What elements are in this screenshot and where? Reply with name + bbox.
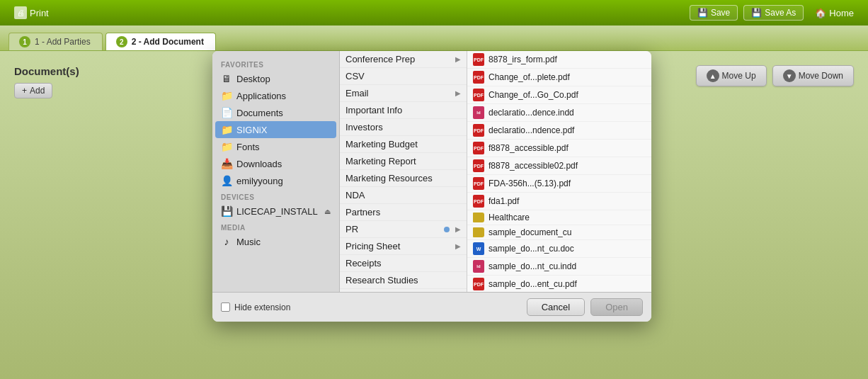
step1-number: 1 xyxy=(19,36,30,47)
home-icon: 🏠 xyxy=(815,8,826,18)
folder-label: Marketing Report xyxy=(346,156,416,166)
chevron-right-icon: ▶ xyxy=(455,225,461,233)
eject-icon[interactable]: ⏏ xyxy=(324,208,331,215)
documents-icon: 📄 xyxy=(221,107,232,118)
sidebar-item-desktop[interactable]: 🖥 Desktop xyxy=(212,70,339,87)
folder-conference-prep[interactable]: Conference Prep ▶ xyxy=(340,51,467,68)
folder-email[interactable]: Email ▶ xyxy=(340,85,467,102)
music-icon: ♪ xyxy=(221,236,232,247)
folder-label: Receipts xyxy=(346,258,382,268)
step2-number: 2 xyxy=(116,36,127,47)
save-as-button[interactable]: 💾 Save As xyxy=(743,5,804,21)
move-down-button[interactable]: ▼ Move Down xyxy=(772,65,854,86)
downloads-icon: 📥 xyxy=(221,158,232,169)
sidebar-item-fonts[interactable]: 📁 Fonts xyxy=(212,138,339,155)
step1-tab[interactable]: 1 1 - Add Parties xyxy=(8,33,103,50)
folder-sales-pitch[interactable]: Sales Pitch ▶ xyxy=(340,289,467,292)
sidebar-item-applications[interactable]: 📁 Applications xyxy=(212,87,339,104)
home-button[interactable]: 🏠 Home xyxy=(809,6,860,20)
file-name: sample_do...nt_cu.doc xyxy=(489,244,574,254)
print-button[interactable]: 🖨 Print xyxy=(8,5,55,21)
folder-label: Marketing Resources xyxy=(346,173,433,183)
pdf-icon: PDF xyxy=(473,195,484,208)
folder-label: Email xyxy=(346,88,369,98)
move-up-button[interactable]: ▲ Move Up xyxy=(696,65,767,86)
folder-marketing-report[interactable]: Marketing Report xyxy=(340,153,467,170)
chevron-right-icon: ▶ xyxy=(455,55,461,63)
file-8878-irs[interactable]: PDF 8878_irs_form.pdf xyxy=(467,51,651,69)
pdf-icon: PDF xyxy=(473,53,484,66)
step1-label: 1 - Add Parties xyxy=(35,37,91,47)
sidebar-item-music[interactable]: ♪ Music xyxy=(212,233,339,250)
add-document-button[interactable]: + Add xyxy=(14,83,52,98)
file-healthcare[interactable]: Healthcare xyxy=(467,210,651,225)
file-change-plete[interactable]: PDF Change_of...plete.pdf xyxy=(467,69,651,86)
file-declaratio-pdf[interactable]: PDF declaratio...ndence.pdf xyxy=(467,122,651,140)
file-sample-do-nt-indd[interactable]: Id sample_do...nt_cu.indd xyxy=(467,258,651,276)
folder-partners[interactable]: Partners xyxy=(340,204,467,221)
sidebar-item-emilyyoung[interactable]: 👤 emilyyoung xyxy=(212,172,339,189)
pdf-icon: PDF xyxy=(473,71,484,84)
step-bar: 1 1 - Add Parties 2 2 - Add Document xyxy=(0,26,868,51)
file-picker: FAVORITES 🖥 Desktop 📁 Applications 📄 Doc… xyxy=(212,51,651,322)
folder-nda[interactable]: NDA xyxy=(340,187,467,204)
picker-folder-list: Conference Prep ▶ CSV Email ▶ Important … xyxy=(340,51,467,292)
desktop-label: Desktop xyxy=(236,74,270,84)
print-icon: 🖨 xyxy=(14,6,27,19)
folder-pr[interactable]: PR ▶ xyxy=(340,221,467,238)
documents-panel: Document(s) + Add xyxy=(8,60,221,104)
file-fda-356h[interactable]: PDF FDA-356h...(5.13).pdf xyxy=(467,175,651,193)
picker-sidebar: FAVORITES 🖥 Desktop 📁 Applications 📄 Doc… xyxy=(212,51,340,292)
file-f8878-accessible[interactable]: PDF f8878_accessible.pdf xyxy=(467,140,651,157)
file-sample-document-cu[interactable]: sample_document_cu xyxy=(467,225,651,240)
file-fda1[interactable]: PDF fda1.pdf xyxy=(467,193,651,210)
sidebar-item-documents[interactable]: 📄 Documents xyxy=(212,104,339,121)
sidebar-item-signix[interactable]: 📁 SIGNiX xyxy=(215,121,336,138)
folder-pricing-sheet[interactable]: Pricing Sheet ▶ xyxy=(340,238,467,255)
folder-marketing-budget[interactable]: Marketing Budget xyxy=(340,136,467,153)
pdf-icon: PDF xyxy=(473,159,484,172)
add-icon: + xyxy=(22,86,27,96)
move-down-icon: ▼ xyxy=(783,69,796,82)
doc-icon: W xyxy=(473,242,484,255)
save-button[interactable]: 💾 Save xyxy=(690,5,738,21)
toolbar-right: 💾 Save 💾 Save As 🏠 Home xyxy=(690,5,860,21)
applications-label: Applications xyxy=(236,91,286,101)
folder-label: Pricing Sheet xyxy=(346,241,400,251)
signix-label: SIGNiX xyxy=(236,125,267,135)
pdf-icon: PDF xyxy=(473,124,484,137)
folder-research-studies[interactable]: Research Studies xyxy=(340,272,467,289)
folder-important-info[interactable]: Important Info xyxy=(340,102,467,119)
file-name: fda1.pdf xyxy=(489,196,519,206)
file-sample-do-ent-pdf[interactable]: PDF sample_do...ent_cu.pdf xyxy=(467,276,651,292)
folder-investors[interactable]: Investors xyxy=(340,119,467,136)
drive-icon: 💾 xyxy=(221,205,232,217)
file-name: 8878_irs_form.pdf xyxy=(489,55,557,64)
favorites-label: FAVORITES xyxy=(212,57,339,70)
folder-marketing-resources[interactable]: Marketing Resources xyxy=(340,170,467,187)
open-button[interactable]: Open xyxy=(590,298,643,316)
picker-inner: FAVORITES 🖥 Desktop 📁 Applications 📄 Doc… xyxy=(212,51,651,292)
file-f8878-accessible02[interactable]: PDF f8878_accessible02.pdf xyxy=(467,157,651,175)
chevron-right-icon: ▶ xyxy=(455,89,461,97)
folder-icon xyxy=(473,213,484,222)
applications-icon: 📁 xyxy=(221,90,232,101)
sidebar-item-licecap[interactable]: 💾 LICECAP_INSTALL ⏏ xyxy=(212,203,339,220)
file-change-go-co[interactable]: PDF Change_of...Go_Co.pdf xyxy=(467,86,651,104)
picker-file-list: PDF 8878_irs_form.pdf PDF Change_of...pl… xyxy=(467,51,651,292)
file-sample-do-nt-doc[interactable]: W sample_do...nt_cu.doc xyxy=(467,240,651,258)
step2-tab[interactable]: 2 2 - Add Document xyxy=(105,33,216,50)
hide-extension-checkbox[interactable] xyxy=(221,302,230,312)
file-name: f8878_accessible02.pdf xyxy=(489,161,578,171)
hide-extension-label: Hide extension xyxy=(234,302,290,312)
file-declaratio-indd[interactable]: Id declaratio...dence.indd xyxy=(467,104,651,122)
downloads-label: Downloads xyxy=(236,159,282,169)
hide-extension-option[interactable]: Hide extension xyxy=(221,302,290,312)
folder-receipts[interactable]: Receipts xyxy=(340,255,467,272)
user-icon: 👤 xyxy=(221,175,232,186)
folder-csv[interactable]: CSV xyxy=(340,68,467,85)
sidebar-item-downloads[interactable]: 📥 Downloads xyxy=(212,155,339,172)
cancel-button[interactable]: Cancel xyxy=(527,298,585,316)
folder-label: Marketing Budget xyxy=(346,139,418,149)
folder-label: Research Studies xyxy=(346,275,418,285)
